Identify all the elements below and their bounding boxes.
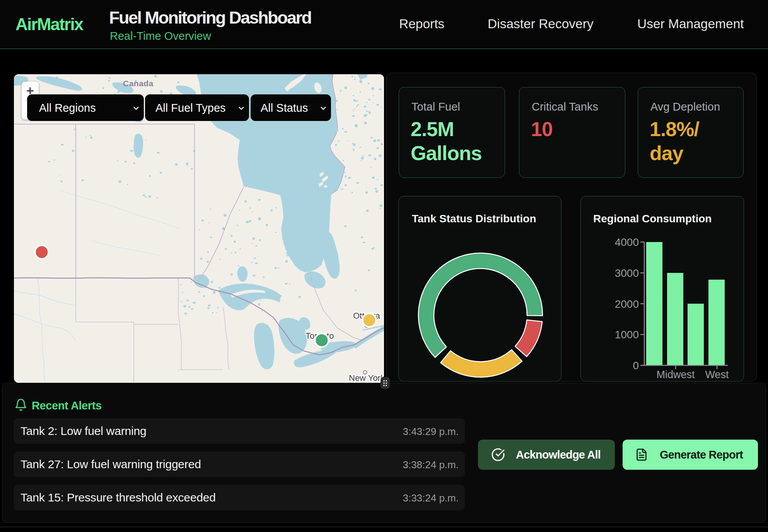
svg-text:1000: 1000 [615, 329, 639, 341]
svg-text:Canada: Canada [123, 79, 154, 88]
svg-text:2000: 2000 [615, 298, 639, 310]
svg-text:New York: New York [349, 373, 384, 383]
svg-text:3000: 3000 [615, 267, 639, 279]
svg-text:4000: 4000 [615, 236, 639, 248]
svg-text:Midwest: Midwest [656, 369, 695, 380]
svg-text:West: West [705, 369, 729, 380]
svg-text:0: 0 [633, 360, 639, 372]
